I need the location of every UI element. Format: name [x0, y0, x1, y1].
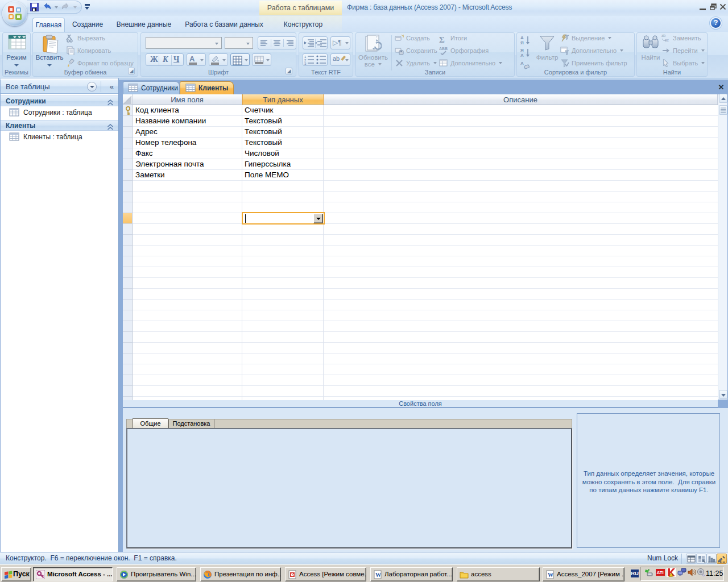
svg-text:3: 3: [304, 62, 307, 65]
svg-text:ab: ab: [661, 34, 666, 38]
svg-text:А: А: [520, 53, 524, 58]
svg-text:ATI: ATI: [657, 570, 664, 575]
svg-text:А: А: [520, 61, 524, 66]
svg-text:ac: ac: [665, 38, 669, 42]
svg-text:АБВ: АБВ: [439, 47, 448, 51]
svg-text:W: W: [375, 572, 381, 578]
svg-text:А: А: [520, 35, 524, 40]
svg-text:Я: Я: [520, 48, 524, 53]
svg-text:!: !: [672, 573, 673, 577]
svg-text:Я: Я: [520, 40, 524, 45]
svg-text:W: W: [548, 572, 553, 578]
